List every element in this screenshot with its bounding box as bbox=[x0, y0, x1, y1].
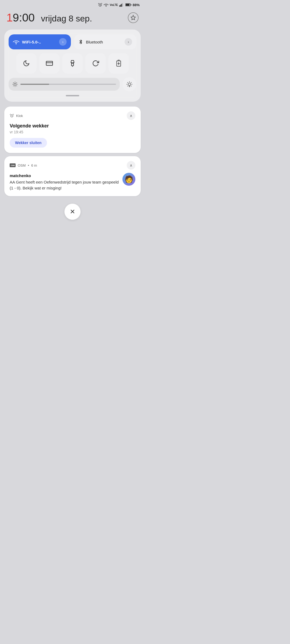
svg-rect-4 bbox=[120, 5, 121, 7]
bluetooth-arrow[interactable]: › bbox=[125, 38, 132, 46]
osm-message: AA Gent heeft een Oefenwedstrijd tegen j… bbox=[10, 180, 119, 190]
svg-line-24 bbox=[16, 86, 17, 86]
brightness-fill bbox=[20, 84, 49, 85]
clock-notif-collapse[interactable]: ∧ bbox=[127, 111, 135, 120]
osm-icon: OSM bbox=[10, 163, 16, 167]
wifi-icon bbox=[13, 39, 19, 44]
volte-icon: VoLTE bbox=[110, 3, 118, 6]
wallet-button[interactable] bbox=[39, 53, 60, 74]
dismiss-alarm-button[interactable]: Wekker sluiten bbox=[10, 138, 47, 148]
date-label: vrijdag 8 sep. bbox=[41, 14, 92, 23]
wifi-name: WiFi-5.0-.. bbox=[22, 40, 56, 44]
osm-notif-body: matchenko AA Gent heeft een Oefenwedstri… bbox=[10, 173, 135, 191]
battery-icon bbox=[125, 3, 131, 7]
svg-line-27 bbox=[13, 86, 14, 86]
autorotate-button[interactable] bbox=[85, 53, 106, 74]
svg-rect-6 bbox=[122, 3, 123, 7]
status-icons: VoLTE 88% bbox=[98, 3, 140, 7]
osm-notification[interactable]: OSM OSM • 6 m ∧ matchenko AA Gent heeft … bbox=[4, 156, 141, 196]
brightness-track[interactable] bbox=[20, 84, 116, 85]
svg-rect-9 bbox=[131, 4, 131, 6]
time-date: 19:00 vrijdag 8 sep. bbox=[6, 11, 92, 24]
notif-clock-header: Klok ∧ bbox=[10, 111, 135, 120]
svg-point-20 bbox=[14, 83, 16, 85]
svg-line-2 bbox=[101, 3, 102, 4]
osm-avatar: 🧑 bbox=[122, 173, 135, 186]
flashlight-button[interactable] bbox=[62, 53, 83, 74]
wifi-arrow[interactable]: › bbox=[59, 38, 67, 46]
close-button-wrap: ✕ bbox=[0, 204, 145, 220]
bluetooth-name: Bluetooth bbox=[86, 40, 122, 44]
toggle-row-top: WiFi-5.0-.. › Bluetooth › bbox=[9, 34, 136, 49]
quick-panel: WiFi-5.0-.. › Bluetooth › bbox=[4, 30, 141, 102]
svg-rect-8 bbox=[126, 4, 129, 6]
osm-time-ago-value: 6 m bbox=[31, 163, 37, 167]
svg-line-39 bbox=[10, 114, 10, 115]
brightness-row: A bbox=[9, 77, 136, 91]
svg-line-40 bbox=[13, 114, 14, 115]
brightness-sun-icon bbox=[12, 82, 18, 87]
svg-rect-5 bbox=[121, 4, 122, 7]
osm-time-ago: • bbox=[28, 163, 29, 167]
status-bar: VoLTE 88% bbox=[0, 0, 145, 9]
time-row: 19:00 vrijdag 8 sep. bbox=[0, 9, 145, 30]
osm-sender: matchenko bbox=[10, 173, 119, 179]
osm-notif-collapse[interactable]: ∧ bbox=[127, 161, 135, 170]
svg-line-37 bbox=[131, 82, 131, 83]
drag-handle bbox=[66, 95, 79, 96]
osm-app-name: OSM bbox=[18, 163, 26, 167]
svg-line-33 bbox=[131, 86, 131, 86]
clock-app-name: Klok bbox=[16, 114, 23, 118]
auto-brightness-button[interactable]: A bbox=[122, 77, 136, 91]
wifi-status-icon bbox=[104, 3, 108, 7]
svg-line-36 bbox=[128, 86, 128, 86]
notif-clock-app: Klok bbox=[10, 114, 23, 118]
dnd-button[interactable] bbox=[16, 53, 37, 74]
wifi-toggle[interactable]: WiFi-5.0-.. › bbox=[9, 34, 71, 49]
svg-marker-10 bbox=[131, 15, 136, 20]
alarm-notif-icon bbox=[10, 114, 14, 118]
icon-grid bbox=[9, 53, 136, 74]
brightness-slider[interactable] bbox=[9, 78, 120, 91]
bluetooth-icon bbox=[78, 39, 83, 45]
notif-osm-app: OSM OSM • 6 m bbox=[10, 163, 37, 167]
time-prefix: 1 bbox=[6, 11, 13, 24]
svg-rect-3 bbox=[119, 5, 120, 7]
svg-line-28 bbox=[16, 83, 17, 83]
osm-notif-text: matchenko AA Gent heeft een Oefenwedstri… bbox=[10, 173, 119, 191]
clock-notif-subtitle: vr 19:45 bbox=[10, 130, 135, 134]
bluetooth-toggle[interactable]: Bluetooth › bbox=[74, 34, 136, 49]
notif-osm-header: OSM OSM • 6 m ∧ bbox=[10, 161, 135, 170]
battery-percentage: 88% bbox=[133, 3, 140, 7]
svg-rect-13 bbox=[71, 63, 74, 66]
alarm-icon bbox=[98, 3, 102, 7]
close-button[interactable]: ✕ bbox=[64, 204, 81, 220]
svg-line-32 bbox=[128, 82, 128, 83]
svg-line-23 bbox=[13, 83, 14, 83]
time-value: 9:00 bbox=[13, 11, 35, 24]
clock-notif-title: Volgende wekker bbox=[10, 123, 135, 129]
battery-saver-button[interactable] bbox=[108, 53, 129, 74]
svg-line-1 bbox=[98, 3, 99, 4]
svg-rect-11 bbox=[46, 61, 53, 65]
clock-notification[interactable]: Klok ∧ Volgende wekker vr 19:45 Wekker s… bbox=[4, 107, 141, 153]
notifications-list: Klok ∧ Volgende wekker vr 19:45 Wekker s… bbox=[4, 107, 141, 196]
signal-icon bbox=[119, 3, 124, 7]
avatar-emoji: 🧑 bbox=[125, 176, 133, 183]
settings-icon[interactable] bbox=[128, 12, 139, 23]
